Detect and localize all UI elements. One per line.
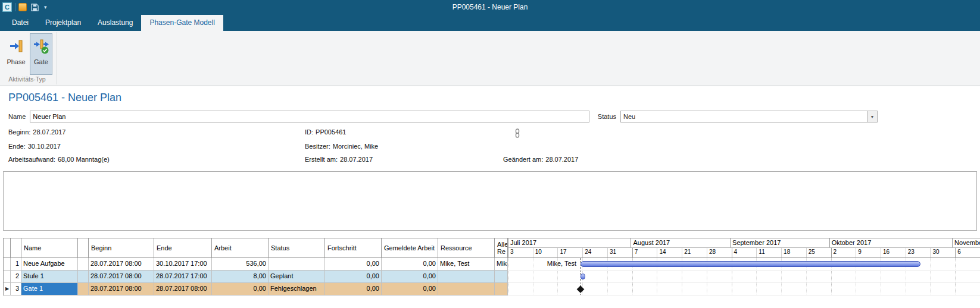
column-header-arbeit[interactable]: Arbeit: [212, 238, 269, 257]
month-header: Juli 2017: [508, 238, 631, 247]
page-title: PP005461 - Neuer Plan: [8, 92, 980, 104]
row-number-cell[interactable]: 2: [11, 271, 21, 283]
gantt-month-header: Juli 2017 August 2017 September 2017 Okt…: [508, 238, 980, 248]
cell-fortschritt[interactable]: 0,00: [325, 258, 382, 271]
tab-datei[interactable]: Datei: [4, 15, 37, 31]
bar-label: Mike, Test: [508, 260, 576, 267]
week-header: 16: [881, 248, 906, 257]
column-header-fortschritt[interactable]: Fortschritt: [325, 238, 382, 257]
titlebar: C ▾ PP005461 - Neuer Plan: [0, 0, 980, 14]
table-row[interactable]: 1 Neue Aufgabe 28.07.2017 08:00 30.10.20…: [4, 258, 508, 271]
milestone-diamond[interactable]: [577, 285, 585, 293]
table-header: Name Beginn Ende Arbeit Status Fortschri…: [4, 238, 508, 258]
week-header: 4: [732, 248, 757, 257]
row-number-cell[interactable]: 3: [11, 283, 21, 296]
cell-icon[interactable]: [78, 271, 89, 283]
cell-arbeit[interactable]: 0,00: [212, 283, 269, 296]
task-bar[interactable]: [580, 261, 920, 267]
cell-name[interactable]: Stufe 1: [21, 271, 78, 283]
cell-ressource[interactable]: [438, 283, 495, 296]
column-header-alle-ressourcen[interactable]: Alle Re: [495, 238, 508, 257]
tab-phasen-gate-modell[interactable]: Phasen-Gate Modell: [141, 15, 223, 31]
table-row[interactable]: ▶ 3 Gate 1 28.07.2017 08:00 28.07.2017 0…: [4, 283, 508, 296]
link-icon[interactable]: [514, 128, 520, 139]
gate-button-label: Gate: [34, 58, 48, 65]
ende-field: Ende:30.10.2017: [8, 143, 61, 150]
besitzer-field: Besitzer:Morciniec, Mike: [305, 143, 378, 150]
app-icon[interactable]: C: [2, 2, 12, 12]
cell-alle-ressourcen[interactable]: [495, 271, 508, 283]
cell-beginn[interactable]: 28.07.2017 08:00: [89, 283, 154, 296]
column-header-ressource[interactable]: Ressource: [438, 238, 495, 257]
table-row[interactable]: 2 Stufe 1 28.07.2017 08:00 28.07.2017 17…: [4, 271, 508, 283]
cell-ressource[interactable]: [438, 271, 495, 283]
beginn-field: Beginn:28.07.2017: [8, 128, 65, 136]
gate-button[interactable]: Gate: [30, 33, 52, 75]
gantt-chart: Juli 2017 August 2017 September 2017 Okt…: [508, 238, 980, 296]
geaendert-am-field: Geändert am:28.07.2017: [503, 156, 578, 163]
cell-beginn[interactable]: 28.07.2017 08:00: [89, 258, 154, 271]
cell-ende[interactable]: 30.10.2017 17:00: [154, 258, 212, 271]
task-bar[interactable]: [580, 274, 585, 279]
description-textarea[interactable]: [3, 171, 977, 231]
gantt-row: [508, 283, 980, 296]
cell-gemeldete-arbeit[interactable]: 0,00: [382, 258, 438, 271]
name-input[interactable]: Neuer Plan: [30, 111, 589, 122]
column-header-name[interactable]: Name: [21, 238, 78, 257]
tab-auslastung[interactable]: Auslastung: [89, 15, 141, 31]
chevron-down-icon[interactable]: ▼: [867, 111, 877, 122]
cell-status[interactable]: [269, 258, 325, 271]
row-indicator-cell: [4, 271, 11, 283]
week-header: 7: [632, 248, 657, 257]
quick-access-dropdown-icon[interactable]: ▾: [42, 4, 49, 10]
status-select[interactable]: Neu ▼: [620, 111, 878, 122]
gantt-body: Mike, Test: [508, 258, 980, 296]
week-header: 21: [682, 248, 707, 257]
week-header: 14: [657, 248, 682, 257]
cell-ende[interactable]: 28.07.2017 08:00: [154, 283, 212, 296]
cell-fortschritt[interactable]: 0,00: [325, 271, 382, 283]
column-header-ende[interactable]: Ende: [154, 238, 212, 257]
week-header: 23: [906, 248, 931, 257]
phase-button[interactable]: Phase: [5, 33, 27, 75]
month-header: November 2017: [952, 238, 980, 247]
week-header: 31: [607, 248, 632, 257]
cell-arbeit[interactable]: 8,00: [212, 271, 269, 283]
column-header-gemeldete-arbeit[interactable]: Gemeldete Arbeit: [382, 238, 438, 257]
cell-alle-ressourcen[interactable]: [495, 283, 508, 296]
new-item-icon[interactable]: [18, 3, 27, 11]
cell-icon[interactable]: [78, 258, 89, 271]
save-icon[interactable]: [30, 2, 39, 12]
cell-status[interactable]: Geplant: [269, 271, 325, 283]
column-header-status[interactable]: Status: [269, 238, 325, 257]
cell-gemeldete-arbeit[interactable]: 0,00: [382, 271, 438, 283]
window-title: PP005461 - Neuer Plan: [0, 3, 980, 11]
cell-fortschritt[interactable]: 0,00: [325, 283, 382, 296]
status-value: Neu: [621, 113, 867, 120]
month-header: Oktober 2017: [829, 238, 952, 247]
app-window: C ▾ PP005461 - Neuer Plan Datei Projektp…: [0, 0, 980, 308]
cell-gemeldete-arbeit[interactable]: 0,00: [382, 283, 438, 296]
week-header: 3: [508, 248, 533, 257]
cell-icon[interactable]: [78, 283, 89, 296]
arbeitsaufwand-field: Arbeitsaufwand:68,00 Manntag(e): [8, 156, 110, 163]
divider: [15, 3, 15, 11]
week-header: 25: [806, 248, 831, 257]
cell-ende[interactable]: 28.07.2017 17:00: [154, 271, 212, 283]
cell-beginn[interactable]: 28.07.2017 08:00: [89, 271, 154, 283]
month-header: August 2017: [631, 238, 730, 247]
cell-name[interactable]: Neue Aufgabe: [21, 258, 78, 271]
tab-projektplan[interactable]: Projektplan: [37, 15, 89, 31]
month-header: September 2017: [730, 238, 829, 247]
week-header: 10: [533, 248, 558, 257]
column-header-beginn[interactable]: Beginn: [89, 238, 154, 257]
row-indicator-header: [4, 238, 11, 257]
row-number-cell[interactable]: 1: [11, 258, 21, 271]
cell-alle-ressourcen[interactable]: Mike, Test: [495, 258, 508, 271]
column-header-icon[interactable]: [78, 238, 89, 257]
cell-name-selected[interactable]: Gate 1: [21, 283, 78, 296]
cell-ressource[interactable]: Mike, Test: [438, 258, 495, 271]
cell-status[interactable]: Fehlgeschlagen: [269, 283, 325, 296]
cell-arbeit[interactable]: 536,00: [212, 258, 269, 271]
ribbon-tab-bar: Datei Projektplan Auslastung Phasen-Gate…: [0, 14, 980, 31]
